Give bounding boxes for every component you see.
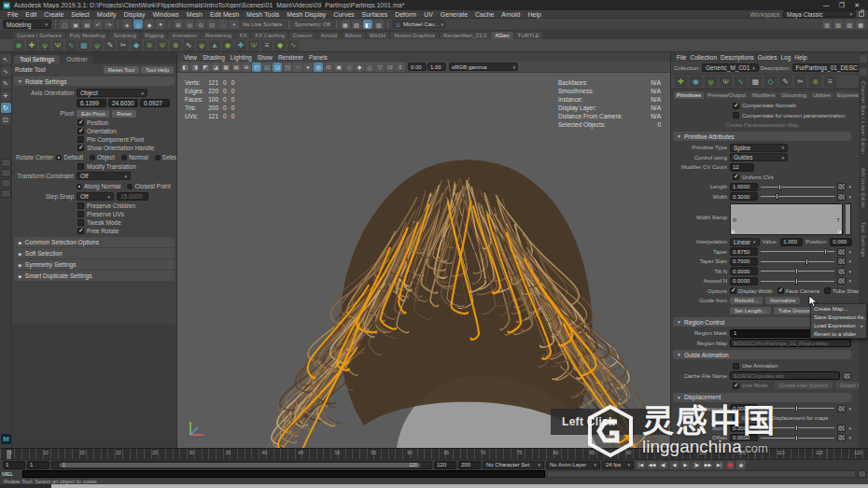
option-checkbox[interactable]: Face Camera <box>777 287 819 294</box>
panel-toggle-icon[interactable]: ▧ <box>833 20 843 29</box>
viewport-toolbar-icon[interactable]: ▦ <box>221 63 231 72</box>
menu-item[interactable]: Curves <box>329 11 357 18</box>
map-icon[interactable] <box>837 434 846 441</box>
attribute-slider-row[interactable]: Width 0.3000 ▾ <box>673 192 851 202</box>
collapsed-section-header[interactable]: ▶Symmetry Settings <box>14 259 175 270</box>
slider-track[interactable] <box>761 247 834 256</box>
playback-transport-button[interactable]: |◀ <box>636 461 646 469</box>
step-snap-dropdown[interactable]: Off▾ <box>77 192 114 201</box>
map-icon[interactable] <box>837 193 846 201</box>
shelf-tab[interactable]: Sculpting <box>109 32 140 39</box>
slider-track[interactable] <box>761 267 834 275</box>
xgen-tab[interactable]: Preview/Output <box>705 91 749 99</box>
playback-transport-button[interactable]: ▶| <box>714 461 724 469</box>
viewport-toolbar-icon[interactable]: ◳ <box>283 63 292 72</box>
menu-item[interactable]: Windows <box>148 11 182 18</box>
region-map-field[interactable]: ${DESC}/FurPartings_01_RegionMap <box>730 339 851 347</box>
checkbox[interactable] <box>77 119 84 126</box>
menu-item[interactable]: Display <box>119 11 148 18</box>
account-chip[interactable]: ☺ Michael Cau... ▾ <box>392 20 446 29</box>
guide-action-button[interactable]: Set Length... <box>730 307 771 314</box>
snap-icon[interactable]: ⊙ <box>196 20 205 29</box>
shelf-tool-icon[interactable]: ◆ <box>131 40 142 51</box>
attribute-slider-row[interactable]: Around N 0.0000 ▾ <box>673 276 851 286</box>
xgen-tab[interactable]: Grooming <box>778 91 808 99</box>
tool-help-button[interactable]: Tool Help <box>141 66 174 74</box>
shelf-tool-icon[interactable]: ≡ <box>261 40 273 51</box>
snap-icon[interactable]: ∴ <box>218 20 228 29</box>
step-snap-value-field[interactable]: 15.0000 <box>117 192 148 201</box>
menu-item[interactable]: File <box>4 11 21 18</box>
tool-icon[interactable]: ↖ <box>1 54 11 64</box>
xgen-tab[interactable]: Modifiers <box>749 91 777 99</box>
shelf-tab[interactable]: Animation <box>168 32 201 39</box>
command-language-toggle[interactable]: MEL <box>2 471 21 477</box>
use-animation-row[interactable]: Use Animation <box>673 361 851 371</box>
viewport-toolbar-icon[interactable]: ◩ <box>201 63 210 72</box>
shelf-tab[interactable]: Poly Modeling <box>66 32 109 39</box>
menu-item[interactable]: Help <box>525 11 545 18</box>
displacement-section[interactable]: ▼Displacement <box>673 393 851 402</box>
option-checkbox[interactable]: Display Width <box>730 287 773 294</box>
shelf-tool-icon[interactable]: ✚ <box>26 40 37 51</box>
slider-value-field[interactable]: 1.0000 <box>730 183 758 191</box>
character-set-dropdown[interactable]: No Character Set▾ <box>483 461 544 469</box>
xgen-toolbar-icon[interactable]: ✂ <box>794 76 806 87</box>
attribute-slider-row[interactable]: Taper 0.8750 ▾ <box>673 247 851 258</box>
viewport-toolbar-icon[interactable]: ⊙ <box>324 63 333 72</box>
context-menu-item[interactable]: Save Expression As... <box>811 313 866 321</box>
animation-preferences-icon[interactable]: ✱ <box>736 460 746 469</box>
checkbox[interactable] <box>77 163 84 170</box>
ramp-value-field[interactable]: 1.000 <box>780 238 803 246</box>
option-checkbox-row[interactable]: Free Rotate <box>14 227 175 235</box>
map-icon[interactable] <box>837 248 846 256</box>
layout-two-pane-button[interactable] <box>1 179 11 188</box>
shelf-tool-icon[interactable]: ψ <box>39 40 50 51</box>
context-menu-item[interactable]: Revert to a slider <box>811 329 866 338</box>
slider-value-field[interactable]: 0.0000 <box>730 267 758 275</box>
modify-translation-row[interactable]: Modify Translation <box>14 162 175 171</box>
vector-displacement-row[interactable]: Use Vector Displacement for maps <box>673 413 851 424</box>
layout-four-pane-button[interactable] <box>1 169 11 177</box>
rotate-center-radio[interactable]: Object <box>90 154 115 160</box>
checkbox[interactable] <box>77 219 84 226</box>
hair-system-button[interactable]: Attach Hair System <box>835 382 859 389</box>
symmetry-dropdown[interactable]: Symmetry: Off <box>293 21 332 27</box>
shelf-tab[interactable]: MASH <box>366 32 389 39</box>
xgen-toolbar-icon[interactable]: ✎ <box>779 76 791 87</box>
xgen-menu-item[interactable]: Collection <box>688 54 719 61</box>
xgen-toolbar-icon[interactable]: ✚ <box>675 76 687 87</box>
playback-transport-button[interactable]: ▶ <box>680 461 691 469</box>
panel-menu-item[interactable]: Panels <box>306 54 330 61</box>
shelf-tab[interactable]: RenderMan_23.3 <box>440 32 490 39</box>
rotate-center-radio[interactable]: Default <box>56 154 83 160</box>
slider-handle[interactable] <box>795 268 798 274</box>
rotate-settings-section[interactable]: ▼Rotate Settings <box>14 77 175 86</box>
panel-toggle-icon[interactable]: ▥ <box>822 20 832 29</box>
hair-groom-canvas[interactable] <box>177 73 670 448</box>
shelf-tool-icon[interactable]: ✎ <box>105 40 116 51</box>
slider-value-field[interactable]: 0.0000 <box>730 404 758 412</box>
menu-item[interactable]: UV <box>420 11 437 18</box>
dock-tab-label[interactable]: Channel Box / Layer Editor <box>861 81 866 155</box>
expression-menu-arrow[interactable]: ▾ <box>848 435 851 440</box>
slider-track[interactable] <box>761 424 834 432</box>
guide-action-button[interactable]: Normalize <box>765 297 800 304</box>
render-icon[interactable]: ▨ <box>374 20 384 29</box>
menu-item[interactable]: Mesh Display <box>283 11 329 18</box>
map-icon[interactable] <box>837 405 846 412</box>
gamma-field[interactable]: 1.00 <box>427 63 446 71</box>
shelf-tab[interactable]: Rigging <box>141 32 167 39</box>
file-op-icon[interactable]: ▤ <box>82 20 91 29</box>
range-slider-handle[interactable]: 1120 <box>60 463 420 467</box>
playback-start-field[interactable]: 1 <box>27 461 49 469</box>
checkbox[interactable] <box>733 103 739 109</box>
checkbox[interactable] <box>733 363 739 369</box>
shelf-tab[interactable]: XGen <box>491 32 512 39</box>
viewport-toolbar-icon[interactable]: ⊡ <box>385 63 395 72</box>
selection-mask-icon[interactable]: ◆ <box>145 20 154 29</box>
maximize-button[interactable]: ❐ <box>839 2 845 9</box>
checkbox[interactable] <box>733 415 739 422</box>
context-menu-item[interactable]: Load Expression▸ <box>811 321 866 329</box>
pivot-checkbox-row[interactable]: Pin Component Pivot <box>14 135 175 144</box>
